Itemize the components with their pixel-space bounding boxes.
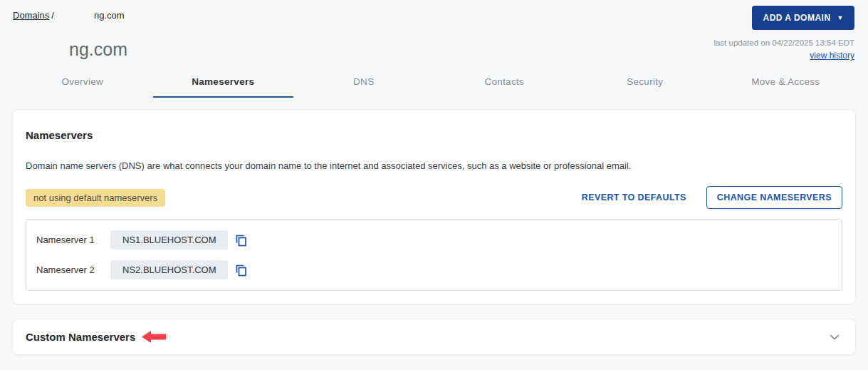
domain-tabs: Overview Nameservers DNS Contacts Securi… (12, 70, 856, 98)
top-bar: Domains/ng.com ADD A DOMAIN ▼ (0, 0, 868, 33)
chevron-down-icon: ▼ (837, 15, 844, 21)
header-meta: last updated on 04/22/2025 13:54 EDT vie… (713, 33, 854, 61)
copy-nameserver-2-button[interactable] (234, 262, 248, 279)
nameserver-1-value: NS1.BLUEHOST.COM (110, 230, 228, 250)
nameserver-row-1: Nameserver 1 NS1.BLUEHOST.COM (36, 230, 832, 250)
copy-icon (234, 268, 248, 279)
breadcrumb-current-domain: ng.com (94, 10, 125, 21)
nameservers-card: Nameservers Domain name servers (DNS) ar… (12, 109, 856, 304)
copy-nameserver-1-button[interactable] (234, 232, 248, 249)
chevron-down-icon (830, 334, 840, 340)
page-header: ng.com last updated on 04/22/2025 13:54 … (0, 33, 868, 61)
tab-contacts[interactable]: Contacts (434, 70, 575, 98)
revert-to-defaults-button[interactable]: REVERT TO DEFAULTS (582, 192, 686, 202)
tab-nameservers[interactable]: Nameservers (153, 70, 294, 98)
custom-nameservers-title: Custom Nameservers (26, 331, 135, 343)
nameserver-list-box: Nameserver 1 NS1.BLUEHOST.COM Nameserver… (26, 219, 842, 291)
breadcrumb: Domains/ng.com (13, 6, 125, 21)
tab-move-and-access[interactable]: Move & Access (716, 70, 857, 98)
add-a-domain-button[interactable]: ADD A DOMAIN ▼ (752, 6, 854, 30)
nameserver-2-value: NS2.BLUEHOST.COM (110, 260, 228, 279)
copy-icon (234, 238, 248, 249)
tab-dns[interactable]: DNS (293, 70, 434, 98)
nameservers-actions-row: not using default nameservers REVERT TO … (26, 186, 842, 209)
add-a-domain-label: ADD A DOMAIN (763, 13, 830, 23)
nameserver-row-2: Nameserver 2 NS2.BLUEHOST.COM (36, 260, 832, 279)
nameserver-1-label: Nameserver 1 (36, 235, 110, 245)
tab-security[interactable]: Security (575, 70, 716, 98)
page-title: ng.com (69, 39, 127, 60)
nameservers-card-title: Nameservers (26, 129, 842, 141)
red-annotation-arrow-icon (142, 330, 166, 344)
nameservers-description: Domain name servers (DNS) are what conne… (26, 160, 842, 171)
expand-custom-nameservers-button[interactable] (827, 333, 842, 341)
breadcrumb-separator: / (51, 10, 54, 21)
status-badge: not using default nameservers (26, 189, 165, 207)
nameserver-2-label: Nameserver 2 (36, 264, 110, 275)
custom-nameservers-card[interactable]: Custom Nameservers (12, 319, 856, 355)
view-history-link[interactable]: view history (810, 51, 854, 61)
tab-overview[interactable]: Overview (12, 70, 153, 98)
change-nameservers-button[interactable]: CHANGE NAMESERVERS (706, 186, 842, 209)
last-updated-text: last updated on 04/22/2025 13:54 EDT (713, 38, 854, 47)
custom-nameservers-header: Custom Nameservers (26, 330, 166, 344)
breadcrumb-domains-link[interactable]: Domains (13, 10, 49, 21)
nameservers-action-buttons: REVERT TO DEFAULTS CHANGE NAMESERVERS (582, 186, 842, 209)
